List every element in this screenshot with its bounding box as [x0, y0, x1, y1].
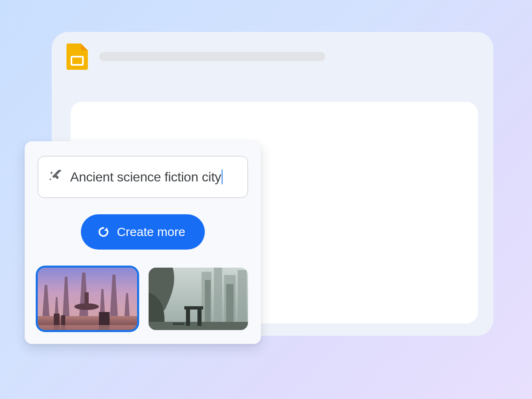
svg-rect-10	[38, 325, 137, 330]
app-header	[52, 32, 493, 70]
prompt-input[interactable]: Ancient science fiction city	[38, 156, 248, 198]
generated-image-2[interactable]	[149, 268, 248, 330]
svg-rect-20	[197, 308, 202, 326]
create-more-label: Create more	[117, 225, 186, 239]
google-slides-icon	[66, 44, 88, 70]
svg-rect-13	[214, 268, 222, 330]
ai-image-panel: Ancient science fiction city Create more	[25, 141, 261, 344]
magic-wand-icon	[48, 170, 62, 184]
svg-rect-21	[184, 306, 203, 310]
svg-rect-19	[186, 308, 190, 326]
create-more-button[interactable]: Create more	[81, 214, 205, 250]
generated-image-1[interactable]	[38, 268, 137, 330]
svg-rect-15	[238, 270, 247, 330]
svg-rect-5	[85, 292, 89, 309]
prompt-text: Ancient science fiction city	[70, 170, 221, 185]
document-title-placeholder	[99, 52, 325, 61]
svg-rect-22	[173, 323, 184, 325]
refresh-icon	[97, 226, 110, 238]
generated-images	[38, 268, 248, 330]
text-caret	[222, 170, 222, 184]
